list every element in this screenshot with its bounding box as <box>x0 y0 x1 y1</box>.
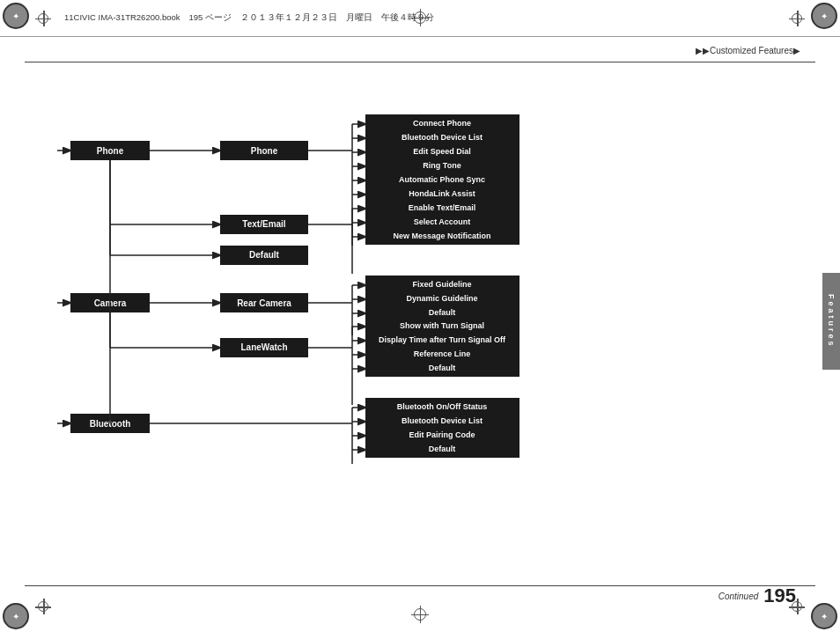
svg-text:Phone: Phone <box>251 146 278 156</box>
diagram-svg: Phone Phone Connect Phone Bluetooth Devi… <box>26 66 819 568</box>
svg-text:Rear Camera: Rear Camera <box>237 298 291 308</box>
svg-text:Reference Line: Reference Line <box>414 349 471 358</box>
svg-text:Default: Default <box>429 308 456 317</box>
crosshair-bottom <box>411 606 429 623</box>
svg-text:Edit Pairing Code: Edit Pairing Code <box>409 430 475 439</box>
svg-text:Text/Email: Text/Email <box>242 219 285 229</box>
svg-text:Bluetooth On/Off Status: Bluetooth On/Off Status <box>397 402 488 411</box>
header-left-cross <box>35 11 51 26</box>
corner-deco-bl <box>3 603 29 629</box>
footer: Continued 195 <box>718 584 796 607</box>
svg-text:Show with Turn Signal: Show with Turn Signal <box>400 321 484 330</box>
header-text: 11CIVIC IMA-31TR26200.book 195 ページ ２０１３年… <box>64 12 434 24</box>
svg-text:New Message Notification: New Message Notification <box>393 231 490 240</box>
svg-text:Default: Default <box>429 445 456 453</box>
svg-text:Default: Default <box>429 364 456 372</box>
header-right-cross <box>789 11 805 26</box>
corner-deco-br <box>811 603 837 629</box>
header-bar: 11CIVIC IMA-31TR26200.book 195 ページ ２０１３年… <box>0 0 840 37</box>
svg-text:Bluetooth Device List: Bluetooth Device List <box>402 133 483 142</box>
svg-text:Automatic Phone Sync: Automatic Phone Sync <box>399 175 485 184</box>
svg-text:Edit Speed Dial: Edit Speed Dial <box>413 147 471 156</box>
svg-text:LaneWatch: LaneWatch <box>241 342 288 352</box>
svg-text:Display Time after Turn Signal: Display Time after Turn Signal Off <box>379 335 506 344</box>
features-tab-label: Features <box>827 294 836 349</box>
svg-text:Dynamic Guideline: Dynamic Guideline <box>406 294 477 303</box>
svg-text:Ring Tone: Ring Tone <box>423 161 461 170</box>
bottom-rule <box>25 585 815 586</box>
svg-text:Bluetooth Device List: Bluetooth Device List <box>402 416 483 425</box>
svg-text:Fixed Guideline: Fixed Guideline <box>412 280 471 289</box>
footer-page: 195 <box>763 584 796 607</box>
top-rule <box>25 62 815 62</box>
svg-text:Phone: Phone <box>97 146 124 156</box>
footer-continued: Continued <box>718 592 759 601</box>
svg-text:Enable Text/Email: Enable Text/Email <box>409 203 475 212</box>
bottom-left-cross <box>35 599 51 614</box>
svg-text:Select Account: Select Account <box>414 217 471 226</box>
features-tab: Features <box>822 273 840 370</box>
svg-text:HondaLink Assist: HondaLink Assist <box>409 189 475 198</box>
breadcrumb: ▶▶Customized Features▶ <box>696 46 800 55</box>
svg-text:Default: Default <box>249 250 280 260</box>
page-container: 11CIVIC IMA-31TR26200.book 195 ページ ２０１３年… <box>0 0 840 632</box>
svg-text:Connect Phone: Connect Phone <box>413 119 471 128</box>
